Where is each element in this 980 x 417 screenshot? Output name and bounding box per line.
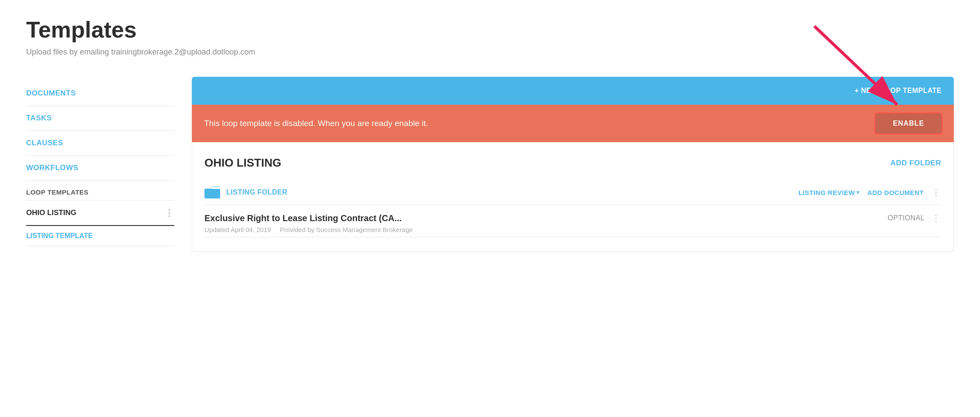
folder-icon (204, 186, 220, 198)
disabled-banner-text: This loop template is disabled. When you… (204, 119, 428, 128)
document-meta: Updated April 04, 2019 Provided by Succe… (204, 226, 941, 233)
document-right: OPTIONAL ⋮ (888, 213, 941, 223)
folder-right: LISTING REVIEW ▾ ADD DOCUMENT ⋮ (799, 187, 941, 198)
sidebar: DOCUMENTS TASKS CLAUSES WORKFLOWS LOOP T… (26, 77, 192, 252)
folder-row: LISTING FOLDER LISTING REVIEW ▾ ADD DOCU… (204, 180, 941, 205)
document-title: Exclusive Right to Lease Listing Contrac… (204, 213, 402, 223)
folder-section-title: OHIO LISTING (204, 156, 281, 170)
folder-name: LISTING FOLDER (226, 188, 287, 196)
sidebar-item-tasks[interactable]: TASKS (26, 106, 174, 131)
add-folder-button[interactable]: ADD FOLDER (891, 159, 941, 167)
sidebar-loop-ohio-listing[interactable]: OHIO LISTING ⋮ (26, 201, 174, 226)
svg-rect-4 (204, 190, 220, 198)
enable-button[interactable]: ENABLE (875, 113, 942, 133)
new-loop-template-button[interactable]: + NEW LOOP TEMPLATE (854, 87, 942, 95)
document-row-top: Exclusive Right to Lease Listing Contrac… (204, 213, 941, 223)
folder-left: LISTING FOLDER (204, 186, 287, 198)
chevron-down-icon: ▾ (857, 189, 860, 195)
ohio-listing-menu-icon[interactable]: ⋮ (165, 208, 174, 218)
document-row: Exclusive Right to Lease Listing Contrac… (204, 205, 941, 237)
sidebar-item-workflows[interactable]: WORKFLOWS (26, 156, 174, 181)
add-document-button[interactable]: ADD DOCUMENT (868, 189, 924, 196)
page-title: Templates (26, 17, 954, 42)
document-status: OPTIONAL (888, 214, 925, 222)
document-updated: Updated April 04, 2019 (204, 226, 271, 233)
content-area: + NEW LOOP TEMPLATE This loop template i… (192, 77, 954, 252)
content-body: OHIO LISTING ADD FOLDER LISTING FOLDER (192, 142, 954, 252)
listing-review-button[interactable]: LISTING REVIEW ▾ (799, 189, 860, 196)
folder-section-header: OHIO LISTING ADD FOLDER (204, 156, 941, 170)
disabled-banner: This loop template is disabled. When you… (192, 105, 954, 142)
sidebar-item-documents[interactable]: DOCUMENTS (26, 81, 174, 106)
document-provider: Provided by Success Management Brokerage (280, 226, 413, 233)
sidebar-item-clauses[interactable]: CLAUSES (26, 131, 174, 156)
sidebar-section-loop-templates: LOOP TEMPLATES (26, 181, 174, 201)
folder-menu-icon[interactable]: ⋮ (932, 187, 941, 198)
page-subtitle: Upload files by emailing trainingbrokera… (26, 48, 954, 57)
sidebar-loop-listing-template[interactable]: LISTING TEMPLATE (26, 226, 174, 246)
content-header-bar: + NEW LOOP TEMPLATE (192, 77, 954, 105)
document-menu-icon[interactable]: ⋮ (932, 213, 941, 223)
